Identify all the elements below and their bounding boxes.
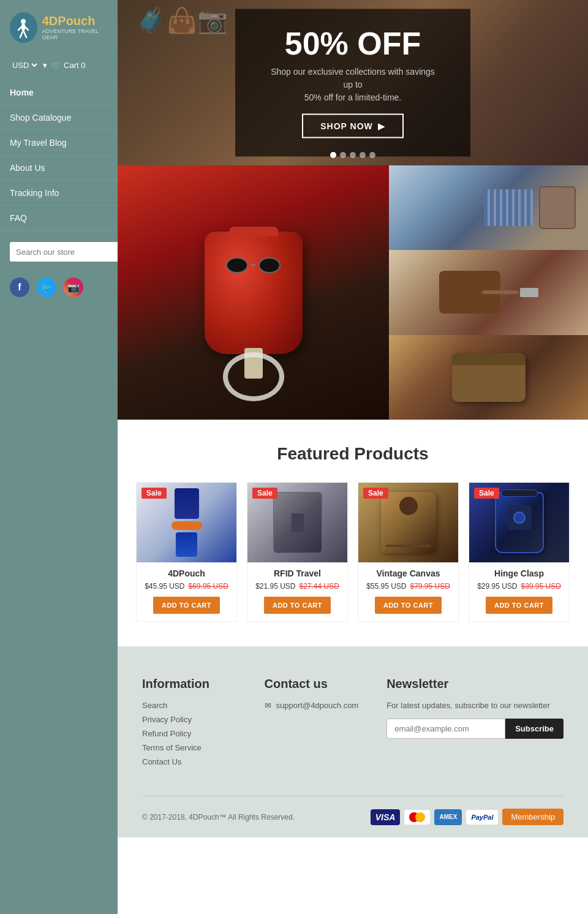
price-original-4: $39.95 USD bbox=[521, 582, 561, 591]
photo-grid bbox=[118, 165, 588, 420]
site-tagline: ADVENTURE TRAVEL GEAR bbox=[42, 28, 108, 40]
price-current-4: $29.95 USD bbox=[477, 582, 517, 591]
newsletter-form: Subscribe bbox=[386, 719, 564, 739]
arrow-right-icon: ▶ bbox=[378, 121, 385, 131]
sale-badge-3: Sale bbox=[363, 488, 388, 499]
price-current-3: $55.95 USD bbox=[366, 582, 406, 591]
nav-tracking-info[interactable]: Tracking Info bbox=[0, 181, 118, 206]
cart-label: Cart 0 bbox=[64, 61, 85, 70]
carousel-dot-3[interactable] bbox=[350, 152, 356, 158]
cart-link[interactable]: 🛒 Cart 0 bbox=[51, 61, 85, 70]
newsletter-email-input[interactable] bbox=[386, 719, 505, 739]
hero-decor-items: 🧳👜📷 bbox=[136, 6, 228, 35]
hero-overlay: 50% OFF Shop our exclusive collections w… bbox=[235, 9, 470, 157]
carousel-dot-5[interactable] bbox=[369, 152, 375, 158]
footer-link-privacy[interactable]: Privacy Policy bbox=[142, 715, 240, 724]
social-icons-bar: f 🐦 📷 bbox=[0, 268, 93, 307]
logo-icon bbox=[10, 12, 37, 43]
sale-badge-4: Sale bbox=[474, 488, 499, 499]
price-original-2: $27.44 USD bbox=[300, 582, 339, 591]
price-current-2: $21.95 USD bbox=[255, 582, 295, 591]
search-box: 🔍 bbox=[0, 236, 118, 268]
footer-newsletter-title: Newsletter bbox=[386, 677, 564, 691]
product-price-4: $29.95 USD $39.95 USD bbox=[473, 582, 565, 591]
footer-link-terms[interactable]: Terms of Service bbox=[142, 743, 240, 752]
payment-icons: VISA AMEX PayPal Membership bbox=[371, 809, 564, 825]
product-name-2: RFID Travel bbox=[269, 568, 326, 578]
photo-left[interactable] bbox=[118, 165, 389, 420]
nav-shop-catalogue[interactable]: Shop Catalogue bbox=[0, 105, 118, 130]
site-name: 4DPouch bbox=[42, 15, 108, 27]
carousel-dot-4[interactable] bbox=[360, 152, 366, 158]
subscribe-button[interactable]: Subscribe bbox=[505, 719, 564, 739]
sidebar-nav: Home Shop Catalogue My Travel Blog About… bbox=[0, 80, 118, 231]
footer-contact-title: Contact us bbox=[265, 677, 363, 691]
carousel-dot-1[interactable] bbox=[330, 152, 336, 158]
amex-icon: AMEX bbox=[434, 809, 462, 825]
photo-right-mid[interactable] bbox=[389, 250, 588, 334]
footer: Information Search Privacy Policy Refund… bbox=[118, 646, 588, 837]
photo-right-top[interactable] bbox=[389, 165, 588, 250]
price-original-3: $79.95 USD bbox=[410, 582, 450, 591]
footer-newsletter: Newsletter For latest updates, subscribe… bbox=[386, 677, 564, 771]
instagram-icon[interactable]: 📷 bbox=[64, 278, 83, 297]
photo-right-column bbox=[389, 165, 588, 420]
add-to-cart-2[interactable]: ADD TO CART bbox=[264, 597, 331, 614]
currency-select[interactable]: USD EUR GBP bbox=[10, 60, 39, 70]
sidebar: 4DPouch ADVENTURE TRAVEL GEAR USD EUR GB… bbox=[0, 0, 118, 914]
footer-bottom: © 2017-2018, 4DPouch™ All Rights Reserve… bbox=[142, 796, 564, 825]
product-price-2: $21.95 USD $27.44 USD bbox=[252, 582, 343, 591]
footer-info-title: Information bbox=[142, 677, 240, 691]
contact-email-row: ✉ support@4dpouch.com bbox=[265, 701, 363, 710]
hero-banner: 🧳👜📷 50% OFF Shop our exclusive collectio… bbox=[118, 0, 588, 165]
footer-link-search[interactable]: Search bbox=[142, 701, 240, 710]
hero-sale-text: 50% OFF bbox=[266, 28, 440, 59]
svg-point-1 bbox=[21, 19, 26, 24]
product-card-1: Sale 4DPouch $45.95 USD $69.95 USD ADD T… bbox=[136, 482, 237, 622]
currency-arrow: ▾ bbox=[43, 61, 47, 70]
paypal-icon: PayPal bbox=[466, 809, 499, 825]
featured-title: Featured Products bbox=[130, 444, 576, 464]
nav-home[interactable]: Home bbox=[0, 80, 118, 105]
product-name-1: 4DPouch bbox=[163, 568, 210, 578]
nav-my-travel-blog[interactable]: My Travel Blog bbox=[0, 130, 118, 156]
product-name-3: Vintage Canvas bbox=[371, 568, 445, 578]
sale-badge-2: Sale bbox=[252, 488, 277, 499]
product-name-4: Hinge Clasp bbox=[489, 568, 549, 578]
footer-information: Information Search Privacy Policy Refund… bbox=[142, 677, 240, 771]
sale-badge-1: Sale bbox=[141, 488, 167, 499]
membership-button[interactable]: Membership bbox=[502, 809, 564, 825]
twitter-icon[interactable]: 🐦 bbox=[37, 278, 56, 297]
email-icon: ✉ bbox=[265, 701, 271, 710]
product-card-2: Sale RFID Travel $21.95 USD $27.44 USD A… bbox=[247, 482, 348, 622]
logo-area[interactable]: 4DPouch ADVENTURE TRAVEL GEAR bbox=[0, 0, 118, 55]
contact-email-text: support@4dpouch.com bbox=[276, 701, 359, 710]
product-card-3: Sale Vintage Canvas $55.95 USD $79.95 US… bbox=[358, 482, 459, 622]
mastercard-icon bbox=[404, 809, 431, 825]
photo-right-bot[interactable] bbox=[389, 335, 588, 420]
logo-text-block: 4DPouch ADVENTURE TRAVEL GEAR bbox=[42, 15, 108, 40]
footer-link-refund[interactable]: Refund Policy bbox=[142, 729, 240, 738]
visa-icon: VISA bbox=[371, 809, 401, 825]
add-to-cart-3[interactable]: ADD TO CART bbox=[375, 597, 442, 614]
price-current-1: $45.95 USD bbox=[145, 582, 184, 591]
add-to-cart-1[interactable]: ADD TO CART bbox=[153, 597, 220, 614]
shop-now-button[interactable]: SHOP NOW ▶ bbox=[302, 114, 404, 138]
carousel-dot-2[interactable] bbox=[340, 152, 346, 158]
newsletter-desc: For latest updates, subscribe to our new… bbox=[386, 701, 564, 710]
product-card-4: Sale Hinge Clasp $29.95 USD $39.95 USD bbox=[469, 482, 570, 622]
add-to-cart-4[interactable]: ADD TO CART bbox=[486, 597, 552, 614]
product-price-3: $55.95 USD $79.95 USD bbox=[363, 582, 454, 591]
cart-icon: 🛒 bbox=[51, 61, 61, 70]
price-original-1: $69.95 USD bbox=[189, 582, 228, 591]
nav-about-us[interactable]: About Us bbox=[0, 156, 118, 181]
featured-section: Featured Products Sale 4DPouch $45.95 bbox=[118, 420, 588, 646]
facebook-icon[interactable]: f bbox=[10, 278, 29, 297]
footer-contact: Contact us ✉ support@4dpouch.com bbox=[265, 677, 363, 771]
search-input[interactable] bbox=[10, 242, 125, 262]
nav-faq[interactable]: FAQ bbox=[0, 206, 118, 231]
footer-link-contact[interactable]: Contact Us bbox=[142, 757, 240, 766]
products-grid: Sale 4DPouch $45.95 USD $69.95 USD ADD T… bbox=[130, 482, 576, 622]
main-content: 🧳👜📷 50% OFF Shop our exclusive collectio… bbox=[118, 0, 588, 914]
product-price-1: $45.95 USD $69.95 USD bbox=[141, 582, 232, 591]
